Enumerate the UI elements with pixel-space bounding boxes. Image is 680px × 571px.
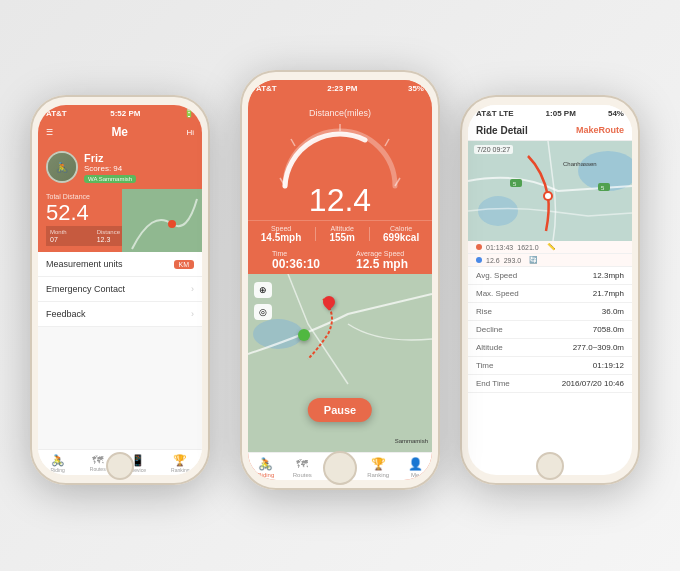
battery-center: 35% [408, 84, 424, 93]
me-icon-center: 👤 [408, 457, 423, 471]
right-map-svg: Chanhassen 5 5 [468, 141, 632, 241]
user-score: Scores: 94 [84, 164, 136, 173]
blue-dot-1 [476, 257, 482, 263]
chevron-feedback-icon: › [191, 309, 194, 319]
dist-badge-2: 293.0 [504, 257, 522, 264]
settings-item-units[interactable]: Measurement units KM [38, 252, 202, 277]
right-header: Ride Detail MakeRoute [468, 121, 632, 141]
right-map: Chanhassen 5 5 7/20 09:27 [468, 141, 632, 241]
riding-icon-center: 🚴 [258, 457, 273, 471]
center-map-svg [248, 274, 432, 452]
calorie-label: Calorie [390, 225, 412, 232]
user-location: WA Sammamish [84, 175, 136, 183]
nav-routes-left[interactable]: 🗺 Routes [90, 454, 106, 473]
stat-decline: Decline 7058.0m [468, 321, 632, 339]
nav-ranking-center[interactable]: 🏆 Ranking [367, 457, 389, 478]
phone-center: AT&T 2:23 PM 35% Distance(miles) [240, 70, 440, 490]
altitude-value-r: 277.0~309.0m [573, 343, 624, 352]
distance-label: Distance(miles) [270, 108, 410, 118]
map-place-label: Sammamish [395, 438, 428, 444]
stat-altitude: Altitude 155m [329, 225, 355, 243]
nav-routes-center[interactable]: 🗺 Routes [293, 457, 312, 478]
time-label: Time [272, 250, 287, 257]
left-header: ☰ Me Hi [38, 121, 202, 145]
stat-avg-speed: Avg. Speed 12.3mph [468, 267, 632, 285]
map-date-label: 7/20 09:27 [474, 145, 513, 154]
avatar: 🚴 [46, 151, 78, 183]
time-badge-row-1: 01:13:43 1621.0 📏 [468, 241, 632, 254]
scores-label: Scores: [84, 164, 111, 173]
stat-end-time: End Time 2016/07/20 10:46 [468, 375, 632, 393]
riding-label-center: Riding [257, 472, 274, 478]
time-label-r: Time [476, 361, 493, 370]
end-time-value: 2016/07/20 10:46 [562, 379, 624, 388]
end-time-label: End Time [476, 379, 510, 388]
center-map: Pause ⊕ ◎ Sammamish [248, 274, 432, 452]
settings-label-feedback: Feedback [46, 309, 86, 319]
settings-label-units: Measurement units [46, 259, 123, 269]
home-button-center[interactable] [323, 451, 357, 485]
stat-calorie: Calorie 699kcal [383, 225, 419, 243]
status-bar-center: AT&T 2:23 PM 35% [248, 80, 432, 96]
nav-riding-left[interactable]: 🚴 Riding [51, 454, 65, 473]
routes-label-left: Routes [90, 466, 106, 472]
altitude-value: 155m [329, 232, 355, 243]
stat-max-speed: Max. Speed 21.7mph [468, 285, 632, 303]
avg-speed-label: Avg. Speed [476, 271, 517, 280]
time-center: 2:23 PM [327, 84, 357, 93]
user-section: 🚴 Friz Scores: 94 WA Sammamish [38, 145, 202, 189]
me-label-center: Me [411, 472, 419, 478]
stats-row: Speed 14.5mph Altitude 155m Calorie 699k… [248, 220, 432, 247]
home-button-left[interactable] [106, 452, 134, 480]
avgspeed-value: 12.5 mph [356, 257, 408, 271]
dist-badge-1: 1621.0 [517, 244, 538, 251]
altitude-label-r: Altitude [476, 343, 503, 352]
speed-value: 14.5mph [261, 232, 302, 243]
settings-badge-units: KM [174, 260, 195, 269]
stat-divider-2 [369, 227, 370, 241]
calorie-value: 699kcal [383, 232, 419, 243]
location-badge: WA Sammamish [84, 175, 136, 183]
svg-text:Chanhassen: Chanhassen [563, 161, 597, 167]
map-location[interactable]: ◎ [254, 304, 272, 320]
map-compass[interactable]: ⊕ [254, 282, 272, 298]
pause-button[interactable]: Pause [308, 398, 372, 422]
nav-ranking-left[interactable]: 🏆 Ranking [171, 454, 189, 473]
left-header-right: Hi [186, 128, 194, 137]
stat-time-r: Time 01:19:12 [468, 357, 632, 375]
ranking-icon-left: 🏆 [173, 454, 187, 467]
mini-map-svg [122, 189, 202, 252]
status-bar-right: AT&T LTE 1:05 PM 54% [468, 105, 632, 121]
decline-label: Decline [476, 325, 503, 334]
total-distance-card: Total Distance 52.4 Month Distance (mile… [38, 189, 202, 252]
rise-label: Rise [476, 307, 492, 316]
home-button-right[interactable] [536, 452, 564, 480]
user-name: Friz [84, 152, 136, 164]
time-row: Time 00:36:10 Average Speed 12.5 mph [248, 247, 432, 274]
nav-riding-center[interactable]: 🚴 Riding [257, 457, 274, 478]
scores-value: 94 [113, 164, 122, 173]
chevron-emergency-icon: › [191, 284, 194, 294]
max-speed-label: Max. Speed [476, 289, 519, 298]
avatar-img: 🚴 [48, 153, 76, 181]
time-badge-1: 01:13:43 [486, 244, 513, 251]
settings-list: Measurement units KM Emergency Contact ›… [38, 252, 202, 449]
time-right: 1:05 PM [546, 109, 576, 118]
ranking-label-center: Ranking [367, 472, 389, 478]
settings-item-feedback[interactable]: Feedback › [38, 302, 202, 327]
rise-value: 36.0m [602, 307, 624, 316]
carrier-center: AT&T [256, 84, 277, 93]
nav-me-center[interactable]: 👤 Me [408, 457, 423, 478]
right-title: Ride Detail MakeRoute [476, 125, 624, 136]
routes-label-center: Routes [293, 472, 312, 478]
time-item: Time 00:36:10 [272, 250, 320, 271]
avgspeed-item: Average Speed 12.5 mph [356, 250, 408, 271]
settings-item-emergency[interactable]: Emergency Contact › [38, 277, 202, 302]
carrier-right: AT&T LTE [476, 109, 513, 118]
svg-point-1 [168, 220, 176, 228]
icon-dist-2: 🔄 [529, 256, 538, 264]
stat-rise: Rise 36.0m [468, 303, 632, 321]
mini-map [122, 189, 202, 252]
svg-line-3 [291, 139, 295, 146]
make-route-link[interactable]: MakeRoute [576, 125, 624, 136]
